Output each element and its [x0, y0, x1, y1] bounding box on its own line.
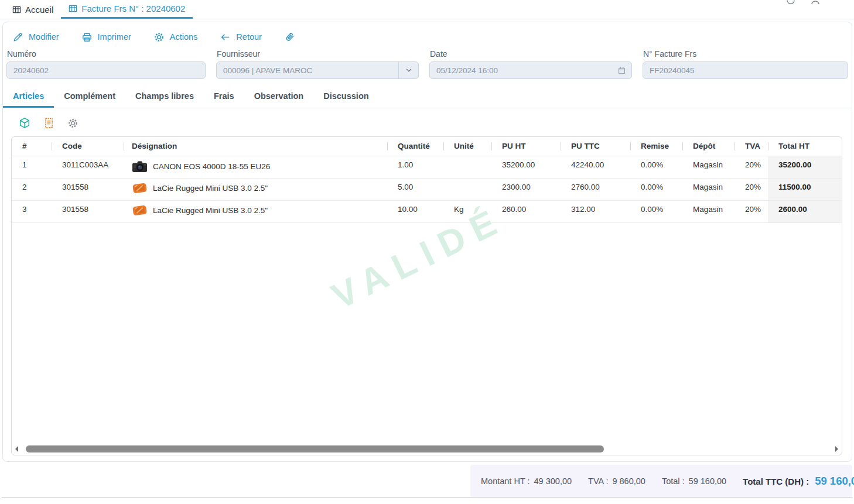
cell-tva: 20%: [735, 178, 768, 200]
tab-observation[interactable]: Observation: [244, 84, 314, 108]
cell-unit: [443, 156, 491, 178]
column-header-total-ht[interactable]: Total HT: [768, 137, 842, 156]
numero-input[interactable]: 20240602: [6, 61, 206, 79]
horizontal-scrollbar: [15, 445, 838, 452]
scroll-right-arrow[interactable]: [835, 446, 838, 452]
cell-num: 2: [12, 178, 52, 200]
column-header-code[interactable]: Code: [52, 137, 124, 156]
tab-accueil[interactable]: Accueil: [5, 0, 61, 19]
actions-label: Actions: [170, 32, 198, 42]
cell-depot: Magasin: [682, 178, 735, 200]
back-button[interactable]: Retour: [220, 32, 262, 43]
date-field-group: Date 05/12/2024 16:00: [429, 48, 632, 79]
total: Total : 59 160,00: [662, 476, 726, 486]
articles-table: #CodeDésignationQuantitéUnitéPU HTPU TTC…: [12, 137, 842, 223]
drive-thumbnail: [132, 181, 148, 195]
cell-code: 301558: [52, 200, 124, 222]
cell-qty: 5.00: [387, 178, 443, 200]
camera-thumbnail: [132, 159, 148, 174]
column-header-dépôt[interactable]: Dépôt: [682, 137, 735, 156]
grid-icon: [12, 5, 21, 14]
column-header-remise[interactable]: Remise: [630, 137, 682, 156]
fournisseur-field-group: Fournisseur 000096 | APAVE MAROC: [216, 48, 419, 79]
fournisseur-select[interactable]: 000096 | APAVE MAROC: [216, 61, 419, 79]
modify-label: Modifier: [29, 32, 59, 42]
totals-footer: Montant HT : 49 300,00 TVA : 9 860,00 To…: [2, 465, 852, 498]
tva-value: 9 860,00: [612, 476, 645, 486]
total-value: 59 160,00: [689, 476, 727, 486]
cell-total_ht: 35200.00: [768, 156, 842, 178]
scrollbar-track[interactable]: [22, 445, 831, 452]
totals-panel: Montant HT : 49 300,00 TVA : 9 860,00 To…: [470, 465, 852, 497]
detail-tabs: ArticlesComplémentChamps libresFraisObse…: [3, 84, 852, 108]
date-label: Date: [430, 49, 632, 59]
tab-discussion[interactable]: Discussion: [313, 84, 378, 108]
numero-label: Numéro: [7, 49, 206, 59]
cell-remise: 0.00%: [630, 200, 682, 222]
tva-total: TVA : 9 860,00: [588, 476, 645, 486]
scroll-left-arrow[interactable]: [15, 446, 18, 452]
receipt-icon[interactable]: [44, 118, 54, 129]
attachments-button[interactable]: [284, 31, 296, 43]
tab-articles[interactable]: Articles: [3, 84, 54, 108]
cell-unit: Kg: [443, 200, 491, 222]
invoice-form: Numéro 20240602 Fournisseur 000096 | APA…: [3, 47, 852, 79]
total-ttc-value: 59 160,00: [815, 475, 854, 488]
montant-ht-value: 49 300,00: [534, 476, 572, 486]
n-facture-frs-input[interactable]: FF20240045: [643, 61, 848, 79]
cell-remise: 0.00%: [630, 178, 682, 200]
cell-pu_ht: 260.00: [491, 200, 561, 222]
cell-depot: Magasin: [682, 156, 735, 178]
chevron-down-icon[interactable]: [398, 62, 418, 78]
date-input[interactable]: 05/12/2024 16:00: [429, 61, 632, 79]
pencil-icon: [12, 32, 23, 43]
cell-pu_ttc: 312.00: [561, 200, 630, 222]
header-partial-icons: [786, 0, 820, 5]
column-header-pu-ht[interactable]: PU HT: [491, 137, 561, 156]
back-label: Retour: [236, 32, 262, 42]
modify-button[interactable]: Modifier: [12, 32, 59, 43]
cell-code: 3011C003AA: [52, 156, 124, 178]
tab-champs-libres[interactable]: Champs libres: [125, 84, 204, 108]
calendar-icon[interactable]: [617, 66, 626, 75]
cell-designation: LaCie Rugged Mini USB 3.0 2.5": [124, 200, 387, 222]
cell-unit: [443, 178, 491, 200]
tab-label: Accueil: [25, 5, 53, 15]
cell-depot: Magasin: [682, 200, 735, 222]
scrollbar-thumb[interactable]: [26, 445, 604, 452]
cell-total_ht: 11500.00: [768, 178, 842, 200]
column-header-unité[interactable]: Unité: [443, 137, 491, 156]
printer-icon: [81, 32, 93, 43]
settings-gear-icon[interactable]: [67, 118, 78, 129]
column-header-pu-ttc[interactable]: PU TTC: [561, 137, 630, 156]
tab-facture-frs[interactable]: Facture Frs N° : 20240602: [61, 0, 193, 19]
column-header-désignation[interactable]: Désignation: [124, 137, 387, 156]
table-row[interactable]: 13011C003AACANON EOS 4000D 18-55 EU261.0…: [12, 156, 842, 178]
paperclip-icon: [284, 31, 296, 43]
user-icon[interactable]: [811, 0, 820, 5]
column-header-tva[interactable]: TVA: [735, 137, 768, 156]
table-row[interactable]: 3301558LaCie Rugged Mini USB 3.0 2.5"10.…: [12, 200, 842, 222]
gear-icon: [153, 32, 165, 43]
package-cube-icon[interactable]: [19, 117, 30, 129]
action-toolbar: Modifier Imprimer Actions: [3, 22, 852, 47]
table-row[interactable]: 2301558LaCie Rugged Mini USB 3.0 2.5"5.0…: [12, 178, 842, 200]
n-facture-frs-field-group: N° Facture Frs FF20240045: [643, 48, 848, 79]
actions-button[interactable]: Actions: [153, 32, 198, 43]
column-header-num[interactable]: #: [12, 137, 52, 156]
column-header-quantité[interactable]: Quantité: [387, 137, 443, 156]
window-tab-bar: Accueil Facture Frs N° : 20240602: [0, 0, 854, 19]
invoice-card: Modifier Imprimer Actions: [2, 22, 852, 462]
tab-label: Facture Frs N° : 20240602: [81, 4, 185, 13]
cell-qty: 1.00: [387, 156, 443, 178]
cell-num: 1: [12, 156, 52, 178]
n-facture-frs-label: N° Facture Frs: [643, 49, 848, 59]
cell-qty: 10.00: [387, 200, 443, 222]
articles-table-container: #CodeDésignationQuantitéUnitéPU HTPU TTC…: [11, 136, 842, 455]
print-button[interactable]: Imprimer: [81, 32, 131, 43]
cell-remise: 0.00%: [630, 156, 682, 178]
clock-icon[interactable]: [786, 0, 795, 5]
tab-complément[interactable]: Complément: [54, 84, 125, 108]
tab-frais[interactable]: Frais: [204, 84, 244, 108]
print-label: Imprimer: [98, 32, 131, 42]
